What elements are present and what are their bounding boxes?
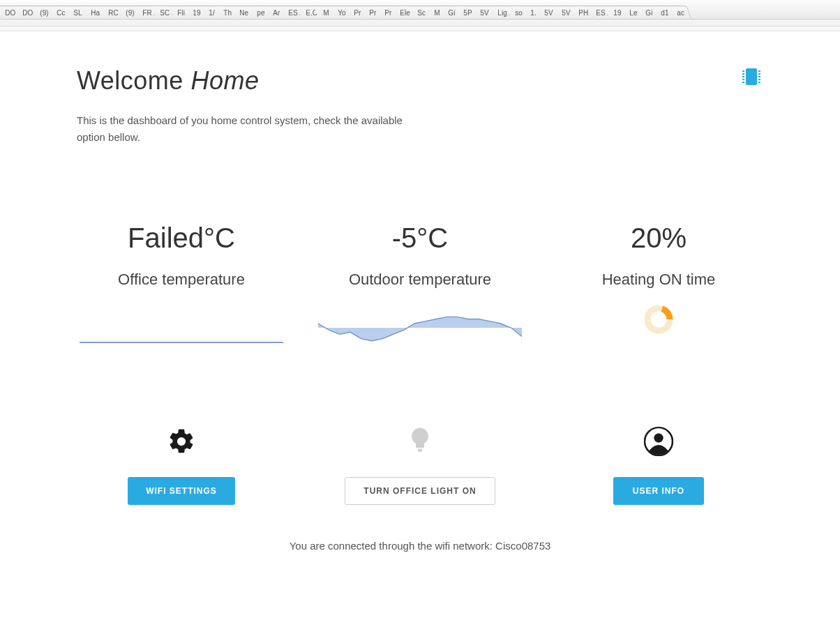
user-circle-icon [643,424,674,459]
header-row: Welcome Home [77,66,763,96]
page-title-em: Home [190,66,259,95]
office-temp-card: Failed°C Office temperature [77,222,286,347]
wifi-status-text: You are connected through the wifi netwo… [77,540,763,552]
user-info-card: USER INFO [554,424,763,505]
outdoor-temp-value: -5°C [315,222,525,254]
outdoor-temp-card: -5°C Outdoor temperature [315,222,525,347]
user-info-button[interactable]: USER INFO [613,477,704,505]
browser-bookmark-bar [0,27,840,31]
office-temp-label: Office temperature [77,271,286,289]
browser-tabstrip: DODO(9)CcSLHaRC(9)FRSCFli191/ThNepeArESE… [0,0,840,20]
chip-icon [740,66,763,90]
gear-icon [167,424,196,459]
dashboard-page: Welcome Home This is the dashboard of yo… [0,31,840,580]
wifi-settings-button[interactable]: WIFI SETTINGS [128,477,235,505]
svg-point-18 [654,434,663,443]
office-temp-value: Failed°C [77,222,286,254]
heating-time-card: 20% Heating ON time [554,222,763,347]
page-title: Welcome Home [77,66,259,96]
browser-toolbar-gap [0,20,840,27]
office-temp-sparkline [77,308,286,347]
page-subtitle: This is the dashboard of you home contro… [77,112,412,146]
heating-time-donut [554,304,763,335]
wifi-settings-card: WIFI SETTINGS [77,424,286,505]
heating-time-label: Heating ON time [554,271,763,289]
page-title-plain: Welcome [77,66,190,95]
outdoor-temp-sparkline [315,308,525,347]
svg-rect-0 [746,68,757,85]
actions-row: WIFI SETTINGS TURN OFFICE LIGHT ON [77,424,763,505]
metrics-row: Failed°C Office temperature -5°C Outdoor… [77,222,763,347]
browser-tab[interactable]: ac [668,6,691,19]
lightbulb-icon [407,424,433,459]
office-light-card: TURN OFFICE LIGHT ON [315,424,525,505]
outdoor-temp-label: Outdoor temperature [315,271,525,289]
turn-light-on-button[interactable]: TURN OFFICE LIGHT ON [345,477,495,505]
heating-time-value: 20% [554,222,763,254]
